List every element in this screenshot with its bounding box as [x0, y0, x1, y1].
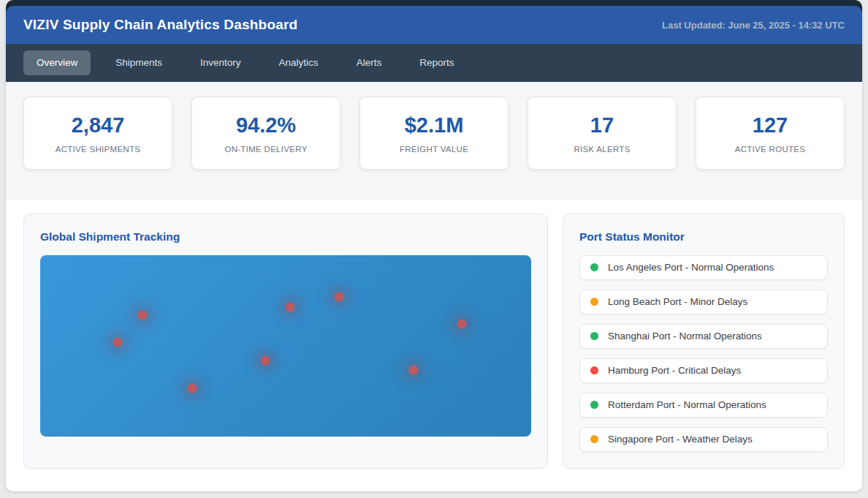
port-status-label: Singapore Port - Weather Delays: [608, 434, 753, 445]
tab-shipments[interactable]: Shipments: [102, 50, 175, 75]
port-status-panel: Port Status Monitor Los Angeles Port - N…: [563, 214, 845, 469]
status-dot: [590, 435, 598, 443]
shipment-marker[interactable]: [188, 383, 197, 393]
shipment-marker[interactable]: [138, 310, 148, 320]
main-content: Global Shipment Tracking Port Status Mon…: [6, 200, 862, 486]
shipment-marker[interactable]: [334, 292, 343, 301]
kpi-value: 2,847: [31, 114, 164, 137]
port-status-label: Hamburg Port - Critical Delays: [608, 365, 741, 376]
kpi-card-active-routes: 127ACTIVE ROUTES: [696, 97, 845, 170]
shipment-tracking-panel: Global Shipment Tracking: [23, 214, 548, 469]
shipment-marker[interactable]: [113, 337, 123, 347]
kpi-value: 17: [536, 114, 669, 137]
kpi-value: 127: [704, 114, 837, 137]
tab-overview[interactable]: Overview: [23, 50, 91, 75]
kpi-label: ACTIVE SHIPMENTS: [31, 145, 164, 154]
tab-inventory[interactable]: Inventory: [187, 50, 254, 75]
status-dot: [590, 332, 598, 340]
kpi-label: ACTIVE ROUTES: [704, 145, 837, 154]
app-header: VIZIV Supply Chain Analytics Dashboard L…: [6, 6, 862, 44]
shipment-marker[interactable]: [286, 302, 295, 312]
port-status-item-long-beach-port: Long Beach Port - Minor Delays: [579, 290, 828, 314]
tab-alerts[interactable]: Alerts: [343, 50, 395, 75]
kpi-card-on-time-delivery: 94.2%ON-TIME DELIVERY: [191, 97, 340, 170]
app-title: VIZIV Supply Chain Analytics Dashboard: [23, 17, 297, 33]
last-updated-timestamp: Last Updated: June 25, 2025 - 14:32 UTC: [662, 20, 845, 31]
port-status-list: Los Angeles Port - Normal OperationsLong…: [579, 255, 828, 452]
kpi-value: 94.2%: [199, 114, 332, 137]
status-dot: [590, 298, 598, 306]
port-status-item-shanghai-port: Shanghai Port - Normal Operations: [579, 324, 828, 349]
shipment-marker[interactable]: [457, 319, 467, 328]
kpi-label: FREIGHT VALUE: [368, 145, 500, 154]
shipment-tracking-title: Global Shipment Tracking: [40, 230, 531, 244]
port-status-label: Los Angeles Port - Normal Operations: [608, 262, 774, 273]
port-status-item-rotterdam-port: Rotterdam Port - Normal Operations: [579, 393, 828, 418]
kpi-card-freight-value: $2.1MFREIGHT VALUE: [359, 97, 509, 170]
kpi-label: RISK ALERTS: [536, 145, 669, 154]
kpi-card-active-shipments: 2,847ACTIVE SHIPMENTS: [23, 97, 172, 170]
shipment-marker[interactable]: [408, 365, 418, 374]
header-top-strip: VIZIV Supply Chain Analytics Dashboard L…: [6, 0, 862, 44]
shipment-map: [40, 255, 531, 437]
status-dot: [590, 401, 598, 409]
port-status-label: Shanghai Port - Normal Operations: [608, 331, 762, 342]
kpi-row: 2,847ACTIVE SHIPMENTS94.2%ON-TIME DELIVE…: [6, 82, 862, 200]
dashboard-page: VIZIV Supply Chain Analytics Dashboard L…: [6, 0, 862, 491]
port-status-title: Port Status Monitor: [579, 230, 828, 244]
status-dot: [590, 263, 598, 271]
kpi-label: ON-TIME DELIVERY: [199, 145, 332, 154]
port-status-item-singapore-port: Singapore Port - Weather Delays: [579, 427, 828, 452]
port-status-item-los-angeles-port: Los Angeles Port - Normal Operations: [579, 255, 828, 280]
tab-analytics[interactable]: Analytics: [266, 50, 332, 75]
shipment-marker[interactable]: [261, 355, 270, 365]
port-status-label: Rotterdam Port - Normal Operations: [608, 399, 766, 410]
status-dot: [590, 366, 598, 374]
nav-tabs: OverviewShipmentsInventoryAnalyticsAlert…: [6, 44, 862, 82]
port-status-label: Long Beach Port - Minor Delays: [608, 296, 747, 307]
tab-reports[interactable]: Reports: [406, 50, 467, 75]
kpi-value: $2.1M: [368, 114, 500, 137]
port-status-item-hamburg-port: Hamburg Port - Critical Delays: [579, 358, 828, 383]
kpi-card-risk-alerts: 17RISK ALERTS: [528, 97, 677, 170]
